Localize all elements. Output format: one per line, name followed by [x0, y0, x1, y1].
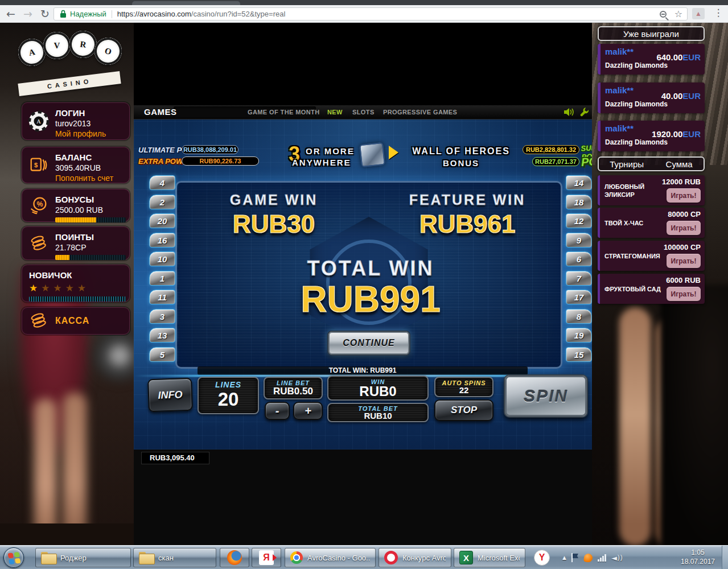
line-tab[interactable]: 16 — [149, 233, 175, 248]
play-button[interactable]: Играть! — [667, 254, 701, 268]
total-win-label: TOTAL WIN — [177, 257, 564, 281]
nav-new[interactable]: NEW — [327, 109, 343, 116]
avast-icon[interactable] — [583, 553, 593, 563]
tournament-name: ЛЮБОВНЫЙ ЭЛИКСИР — [604, 175, 664, 205]
bet-minus-button[interactable]: - — [265, 402, 290, 420]
level-title: НОВИЧОК — [29, 270, 124, 280]
line-tab[interactable]: 6 — [566, 251, 592, 266]
start-button[interactable] — [3, 547, 24, 568]
play-button[interactable]: Играть! — [667, 221, 701, 235]
winner-game: Dazzling Diamonds — [605, 61, 668, 69]
tournament-prize: 100000 СР — [664, 243, 701, 251]
winner-user: malik** — [605, 47, 634, 56]
taskbar-folder-rodzher[interactable]: Роджер — [35, 548, 131, 567]
line-tab[interactable]: 10 — [149, 251, 175, 266]
winner-currency: EUR — [682, 52, 701, 62]
nav-games[interactable]: GAMES — [144, 107, 177, 117]
bet-plus-button[interactable]: + — [293, 402, 323, 420]
sound-icon[interactable] — [564, 107, 575, 117]
decor-wheel — [94, 330, 134, 381]
tournament-card: СТРАТЕГОМАНИЯ 100000 СР Играть! — [598, 241, 705, 271]
line-tab[interactable]: 20 — [149, 213, 175, 228]
line-tab[interactable]: 3 — [149, 309, 175, 324]
browser-menu-icon[interactable]: ⋮ — [713, 7, 724, 18]
line-tab[interactable]: 12 — [566, 213, 592, 228]
bonus-progressbar — [55, 217, 126, 222]
browser-tab[interactable] — [132, 1, 240, 5]
line-tab[interactable]: 13 — [149, 328, 175, 343]
taskbar-excel[interactable]: X Microsoft Excel - ... — [454, 548, 525, 567]
back-icon[interactable]: ← — [3, 5, 18, 22]
excel-icon: X — [459, 551, 473, 564]
stop-button[interactable]: STOP — [434, 399, 493, 421]
nav-slots[interactable]: SLOTS — [352, 109, 375, 116]
continue-button[interactable]: CONTINUE — [327, 331, 410, 356]
zoom-out-icon[interactable] — [660, 11, 667, 18]
play-button[interactable]: Играть! — [667, 188, 701, 203]
logo-chip: R — [68, 29, 98, 60]
line-tab[interactable]: 15 — [566, 347, 592, 362]
tournament-prize: 6000 RUB — [666, 276, 701, 284]
yandex-tray-icon[interactable]: Y — [534, 550, 550, 566]
line-tab[interactable]: 14 — [566, 175, 592, 190]
wrench-icon[interactable] — [579, 107, 589, 117]
network-icon[interactable] — [598, 554, 606, 562]
line-tab[interactable]: 4 — [149, 175, 175, 190]
winners-header: Уже выиграли — [598, 26, 705, 41]
power-value: RUB27,071.37 — [532, 157, 579, 166]
taskbar-chrome-avrocasino[interactable]: AvroCasino - Goo... — [285, 548, 376, 567]
winner-amount: 1920.00 — [652, 129, 682, 139]
address-bar[interactable]: Надежный https://avrocasino.com/casino/r… — [54, 7, 688, 20]
decor-leg — [619, 307, 651, 545]
line-bet-display: LINE BET RUB0.50 — [264, 377, 323, 399]
taskbar-opera-konkurs[interactable]: Конкурс Avro cas... — [379, 548, 451, 567]
line-tab[interactable]: 2 — [149, 195, 175, 209]
deposit-link[interactable]: Пополнить счет — [55, 174, 125, 183]
line-tab[interactable]: 8 — [566, 309, 592, 324]
line-tab[interactable]: 9 — [566, 233, 592, 248]
bonuses-value: 2500.00 RUB — [55, 205, 125, 215]
line-tab[interactable]: 18 — [566, 195, 592, 209]
ultimate-power-value: RUB38,088,209.01 — [182, 145, 238, 154]
my-profile-link[interactable]: Мой профиль — [55, 129, 125, 138]
cashier-box[interactable]: КАССА — [22, 307, 130, 335]
line-tab[interactable]: 19 — [566, 328, 592, 343]
banner-wall-of-heroes: WALL OF HEROES — [401, 146, 521, 156]
tournament-prize: 80000 СР — [668, 210, 701, 218]
spin-button[interactable]: SPIN — [504, 374, 588, 418]
volume-icon[interactable]: ◄)) — [611, 554, 623, 562]
cashier-coins-icon — [28, 310, 50, 332]
taskbar-folder-skan[interactable]: скан — [133, 548, 216, 567]
winner-amount: 40.00 — [661, 91, 683, 101]
nav-progressive-games[interactable]: PROGRESSIVE GAMES — [383, 109, 457, 116]
line-tab[interactable]: 7 — [566, 271, 592, 286]
casino-logo[interactable]: A V R O CASINO — [17, 30, 128, 97]
show-desktop-button[interactable] — [722, 546, 728, 569]
taskbar-firefox[interactable] — [220, 548, 249, 567]
line-tab[interactable]: 17 — [566, 290, 592, 304]
line-tab[interactable]: 1 — [149, 271, 175, 286]
site-security[interactable]: Надежный — [60, 10, 106, 18]
taskbar-yandex-browser[interactable]: Я — [252, 548, 281, 567]
adobe-extension-icon[interactable]: ▲ — [692, 8, 705, 19]
action-center-flag-icon[interactable] — [571, 553, 579, 562]
bookmark-star-icon[interactable]: ☆ — [674, 9, 682, 19]
info-button[interactable]: INFO — [147, 378, 193, 413]
tray-expand-icon[interactable]: ▲ — [562, 555, 566, 560]
line-tab[interactable]: 5 — [149, 347, 175, 362]
play-button[interactable]: Играть! — [667, 287, 701, 301]
lines-display: LINES 20 — [198, 377, 259, 414]
url-separator — [112, 10, 112, 18]
taskbar-clock[interactable]: 1:05 18.07.2017 — [676, 548, 719, 567]
clock-date: 18.07.2017 — [676, 557, 719, 566]
cashier-label[interactable]: КАССА — [55, 316, 89, 325]
login-box: A ЛОГИН turov2013 Мой профиль — [22, 102, 130, 140]
line-tab[interactable]: 11 — [149, 290, 175, 304]
reload-icon[interactable]: ↻ — [38, 5, 52, 22]
banner-or-more: OR MORE — [306, 146, 355, 156]
browser-tabstrip — [0, 0, 728, 5]
game-win-label: GAME WIN — [200, 192, 348, 208]
forward-icon[interactable]: → — [20, 5, 35, 22]
tournament-card: ФРУКТОВЫЙ САД 6000 RUB Играть! — [598, 274, 705, 304]
nav-game-of-the-month[interactable]: GAME OF THE MONTH — [248, 109, 320, 116]
